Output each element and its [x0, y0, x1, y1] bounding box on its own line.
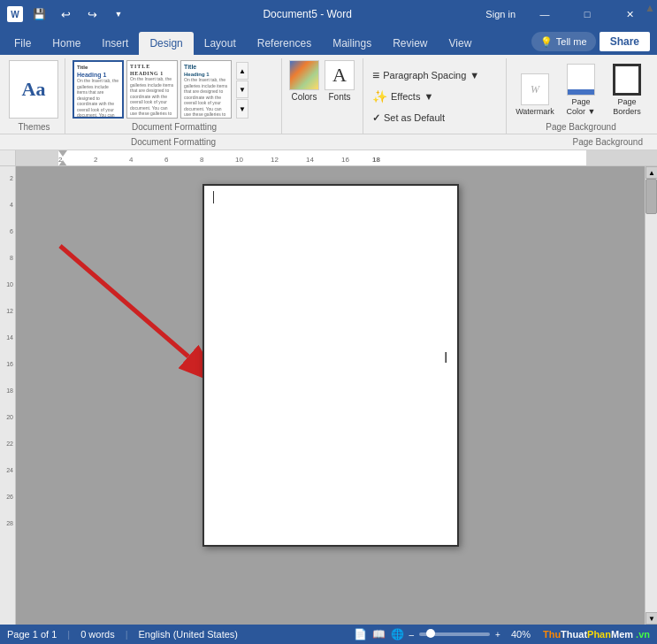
vertical-scrollbar[interactable]: ▲ ▼ — [645, 166, 657, 625]
ribbon: Aa Themes Title Heading 1 On the Insert … — [0, 55, 657, 134]
share-button[interactable]: Share — [600, 32, 650, 51]
minimize-button[interactable]: — — [524, 0, 565, 28]
tab-view[interactable]: View — [439, 32, 483, 55]
ruler-mark-10: 10 — [235, 156, 243, 164]
page-borders-icon — [613, 64, 641, 96]
close-button[interactable]: ✕ — [609, 0, 650, 28]
page-color-button[interactable]: PageColor ▼ — [560, 62, 602, 119]
tab-mailings[interactable]: Mailings — [322, 32, 382, 55]
watermark-icon: W — [521, 73, 549, 105]
fonts-button[interactable]: A Fonts — [325, 60, 355, 102]
tab-insert[interactable]: Insert — [91, 32, 139, 55]
collapse-icon: ▲ — [645, 2, 655, 14]
page-background-group: W Watermark PageColor ▼ PageBorders Page… — [508, 58, 653, 134]
side-mark-16: 16 — [0, 361, 15, 367]
paragraph-spacing-button[interactable]: ≡ Paragraph Spacing ▼ — [369, 65, 483, 85]
scroll-down-button[interactable]: ▼ — [646, 612, 657, 625]
ruler-right-margin — [586, 150, 657, 166]
scroll-up-arrow[interactable]: ▲ — [236, 62, 248, 80]
cf-row: Colors A Fonts — [289, 60, 355, 102]
text-cursor — [213, 191, 214, 203]
tell-me-label: Tell me — [556, 36, 587, 47]
brand-thu: Thu — [543, 629, 561, 640]
scroll-thumb[interactable] — [646, 179, 657, 214]
ruler-mark-16: 16 — [341, 156, 349, 164]
paragraph-spacing-arrow: ▼ — [470, 70, 479, 80]
save-button[interactable]: 💾 — [28, 4, 50, 25]
colors-swatch-icon — [289, 60, 319, 90]
tab-layout[interactable]: Layout — [194, 32, 247, 55]
page-borders-button[interactable]: PageBorders — [606, 62, 648, 119]
customize-qat-button[interactable]: ▼ — [108, 4, 129, 25]
page-background-label: Page Background — [514, 120, 648, 134]
thumb2-title: TITLE — [130, 64, 174, 69]
indent-top-marker[interactable] — [58, 150, 67, 157]
expand-gallery-arrow[interactable]: ▼ — [236, 99, 248, 119]
ribbon-collapse-button[interactable]: ▲ — [645, 2, 655, 14]
brand-text: ThuThuatPhanMem .vn — [543, 629, 650, 640]
indent-bottom-marker[interactable] — [58, 160, 67, 166]
read-mode-icon[interactable]: 📖 — [372, 628, 386, 640]
page-bg-content: W Watermark PageColor ▼ PageBorders — [514, 60, 648, 120]
side-mark-12: 12 — [0, 308, 15, 314]
undo-button[interactable]: ↩ — [55, 4, 76, 25]
ruler-mark-18: 18 — [372, 156, 380, 164]
thumb3-title: Title — [184, 64, 228, 70]
zoom-thumb[interactable] — [426, 629, 435, 638]
side-mark-24: 24 — [0, 467, 15, 473]
scroll-down-arrow[interactable]: ▼ — [236, 80, 248, 98]
main-area: 2 4 6 8 10 12 14 16 18 20 22 24 26 28 I — [0, 166, 657, 625]
ruler-mark-2: 2 — [94, 156, 97, 164]
zoom-slider[interactable] — [419, 632, 490, 636]
tell-me-button[interactable]: 💡 Tell me — [531, 32, 596, 51]
zoom-out-icon[interactable]: – — [409, 630, 415, 640]
status-sep-1: | — [67, 629, 70, 640]
thumb2-text: On the Insert tab, the galleries include… — [130, 76, 174, 119]
set-as-default-button[interactable]: ✓ Set as Default — [369, 108, 483, 127]
doc-theme-thumb-3[interactable]: Title Heading 1 On the Insert tab, the g… — [180, 60, 232, 119]
sign-in-link[interactable]: Sign in — [485, 9, 516, 19]
scroll-track[interactable] — [646, 179, 657, 612]
doc-theme-thumb-2[interactable]: TITLE HEADING 1 On the Insert tab, the g… — [126, 60, 178, 119]
ruler-mark-12: 12 — [271, 156, 279, 164]
ruler-mark-8: 8 — [200, 156, 203, 164]
side-mark-26: 26 — [0, 494, 15, 500]
tab-review[interactable]: Review — [382, 32, 438, 55]
side-mark-22: 22 — [0, 441, 15, 447]
themes-button[interactable]: Aa — [9, 60, 58, 119]
web-layout-icon[interactable]: 🌐 — [391, 628, 404, 640]
tab-references[interactable]: References — [247, 32, 322, 55]
tab-design[interactable]: Design — [139, 32, 193, 55]
maximize-button[interactable]: □ — [567, 0, 607, 28]
colors-fonts-group: Colors A Fonts — [284, 58, 363, 134]
redo-button[interactable]: ↪ — [81, 4, 103, 25]
scroll-up-button[interactable]: ▲ — [646, 166, 657, 179]
page-info: Page 1 of 1 — [7, 629, 57, 640]
doc-formatting-content: Title Heading 1 On the Insert tab, the g… — [73, 60, 248, 120]
status-right: 📄 📖 🌐 – + 40% ThuThuatPhanMem .vn — [354, 628, 650, 640]
word-logo-icon: W — [7, 6, 23, 22]
page-borders-label: PageBorders — [613, 97, 641, 117]
doc-theme-thumb-1[interactable]: Title Heading 1 On the Insert tab, the g… — [73, 60, 124, 119]
document-page[interactable]: I — [202, 184, 459, 547]
print-layout-icon[interactable]: 📄 — [354, 628, 367, 640]
themes-label: Themes — [9, 120, 59, 134]
cf-content: Colors A Fonts — [289, 60, 355, 134]
zoom-in-icon[interactable]: + — [495, 630, 500, 640]
ruler-left-margin — [16, 150, 58, 166]
doc-area[interactable]: I — [16, 166, 645, 625]
fonts-label: Fonts — [328, 92, 350, 102]
tab-file[interactable]: File — [4, 32, 42, 55]
red-arrow-annotation — [34, 219, 228, 396]
set-as-default-label: Set as Default — [384, 112, 445, 123]
page-background-section-label: Page Background — [387, 137, 651, 147]
label-bar: Document Formatting Page Background — [0, 134, 657, 150]
tab-home[interactable]: Home — [42, 32, 91, 55]
doc-formatting-label: Document Formatting — [73, 120, 276, 134]
effects-button[interactable]: ✨ Effects ▼ — [369, 87, 483, 106]
watermark-button[interactable]: W Watermark — [514, 72, 556, 119]
colors-button[interactable]: Colors — [289, 60, 319, 102]
zoom-level[interactable]: 40% — [506, 629, 531, 640]
document-title: Document5 - Word — [129, 8, 485, 20]
ruler-main: 2 2 4 6 8 10 12 14 16 18 — [16, 150, 657, 166]
